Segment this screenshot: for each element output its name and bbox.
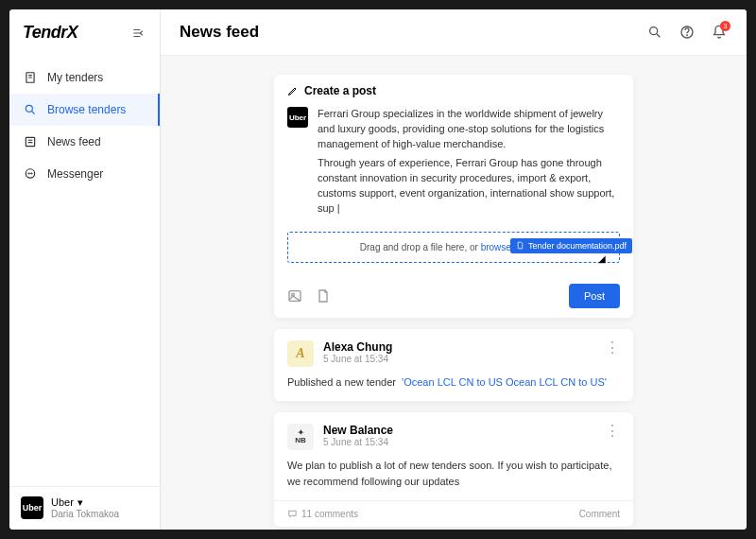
svg-point-14: [31, 173, 32, 174]
avatar: ✦NB: [287, 424, 314, 450]
sidebar-item-my-tenders[interactable]: My tenders: [9, 61, 160, 94]
svg-point-13: [30, 173, 31, 174]
sidebar: TendrX My tenders Browse tenders News fe…: [9, 9, 161, 530]
main: News feed 3 Create a post Uber: [161, 9, 747, 530]
feed-author[interactable]: Alexa Chung: [323, 340, 392, 354]
search-icon: [23, 102, 38, 117]
logo-row: TendrX: [9, 9, 160, 58]
more-menu-button[interactable]: ⋮: [605, 424, 620, 439]
search-button[interactable]: [646, 24, 663, 41]
notifications-button[interactable]: 3: [711, 24, 728, 41]
header: News feed 3: [161, 9, 747, 56]
svg-point-12: [28, 173, 29, 174]
attach-file-button[interactable]: [316, 288, 331, 304]
composer-content: Uber Ferrari Group specializes in the wo…: [287, 107, 620, 220]
page-title: News feed: [180, 23, 259, 42]
sidebar-item-label: Messenger: [47, 167, 103, 181]
pencil-icon: [287, 85, 299, 96]
attachment-actions: [287, 288, 331, 304]
feed-body: We plan to publish a lot of new tenders …: [287, 458, 620, 489]
sidebar-item-browse-tenders[interactable]: Browse tenders: [9, 94, 160, 126]
chat-icon: [23, 166, 38, 182]
sidebar-item-label: My tenders: [47, 71, 103, 84]
tender-link[interactable]: 'Ocean LCL CN to US Ocean LCL CN to US': [402, 376, 607, 388]
comment-icon: [287, 509, 298, 519]
notification-badge: 3: [720, 21, 730, 31]
dragged-file-chip[interactable]: Tender documentation.pdf: [510, 238, 632, 253]
composer-body: Uber Ferrari Group specializes in the wo…: [274, 107, 633, 274]
avatar: Uber: [287, 107, 308, 128]
brand-logo: TendrX: [23, 23, 77, 43]
svg-line-7: [32, 112, 35, 114]
feed-timestamp: 5 June at 15:34: [323, 354, 392, 364]
svg-line-16: [657, 34, 660, 37]
cursor-icon: ◢: [598, 253, 606, 264]
feed-footer: 11 comments Comment: [274, 500, 633, 527]
user-meta: Uber▾ Daria Tokmakoa: [51, 496, 119, 520]
user-company: Uber▾: [51, 496, 119, 509]
feed-timestamp: 5 June at 15:34: [323, 437, 393, 447]
news-icon: [23, 134, 38, 149]
sidebar-nav: My tenders Browse tenders News feed Mess…: [9, 58, 160, 486]
composer-card: Create a post Uber Ferrari Group special…: [274, 75, 633, 318]
sidebar-item-label: News feed: [47, 135, 101, 148]
chevron-down-icon: ▾: [77, 496, 83, 509]
doc-icon: [23, 70, 38, 85]
feed-author[interactable]: New Balance: [323, 424, 393, 437]
file-icon: [516, 241, 524, 250]
header-actions: 3: [646, 24, 728, 41]
sidebar-item-news-feed[interactable]: News feed: [9, 126, 160, 158]
svg-point-15: [650, 27, 658, 35]
post-button[interactable]: Post: [569, 284, 620, 308]
comment-count[interactable]: 11 comments: [287, 509, 358, 519]
user-name: Daria Tokmakoa: [51, 509, 119, 520]
feed-scroll[interactable]: Create a post Uber Ferrari Group special…: [161, 56, 747, 530]
feed-card: A Alexa Chung 5 June at 15:34 ⋮ Publishe…: [274, 329, 633, 402]
post-textarea[interactable]: Ferrari Group specializes in the worldwi…: [318, 107, 620, 220]
sidebar-item-label: Browse tenders: [47, 103, 126, 116]
composer-title: Create a post: [304, 84, 376, 97]
feed-body: Published a new tender 'Ocean LCL CN to …: [287, 374, 620, 391]
app-frame: TendrX My tenders Browse tenders News fe…: [9, 9, 747, 530]
attach-image-button[interactable]: [287, 288, 302, 304]
sidebar-item-messenger[interactable]: Messenger: [9, 158, 160, 190]
file-dropzone[interactable]: Drag and drop a file here, or browse for…: [287, 232, 620, 263]
avatar: Uber: [21, 496, 43, 519]
composer-actions: Post: [274, 274, 633, 318]
comment-button[interactable]: Comment: [579, 509, 620, 519]
help-button[interactable]: [679, 24, 696, 41]
user-account-switcher[interactable]: Uber Uber▾ Daria Tokmakoa: [9, 486, 160, 530]
avatar: A: [287, 340, 314, 367]
composer-title-row: Create a post: [274, 75, 633, 107]
feed-card: ✦NB New Balance 5 June at 15:34 ⋮ We pla…: [274, 412, 633, 527]
svg-point-18: [687, 35, 688, 36]
sidebar-collapse-button[interactable]: [129, 25, 146, 42]
svg-point-6: [26, 105, 32, 112]
more-menu-button[interactable]: ⋮: [605, 340, 620, 356]
